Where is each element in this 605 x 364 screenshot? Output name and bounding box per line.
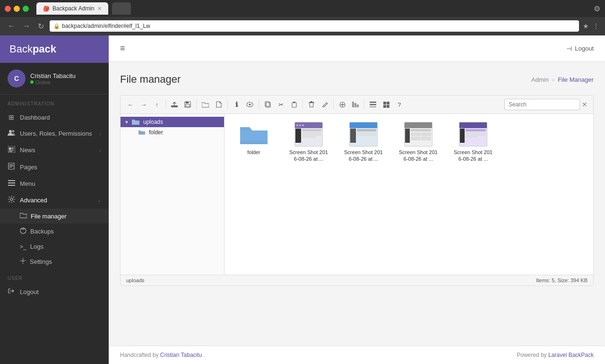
footer-right: Powered by Laravel BackPack (517, 352, 594, 358)
fm-file-ss1-name: Screen Shot 2016-08-26 at ... (288, 149, 329, 163)
advanced-icon (8, 196, 15, 204)
svg-rect-4 (12, 147, 14, 148)
sidebar-item-advanced[interactable]: Advanced ⌄ (0, 191, 109, 208)
fm-file-ss3[interactable]: Screen Shot 2016-08-26 at ... (395, 120, 442, 165)
close-dot[interactable] (5, 6, 11, 12)
browser-titlebar: 🎒 Backpack Admin ✕ ⚙ (0, 0, 605, 17)
folder-file-icon (240, 123, 268, 145)
fm-separator-6 (333, 100, 334, 109)
fm-tree-folder[interactable]: folder (127, 127, 224, 138)
fm-copy-button[interactable] (261, 98, 274, 111)
browser-dots (5, 6, 29, 12)
sidebar-item-logout[interactable]: Logout (0, 284, 109, 300)
fm-file-ss4[interactable]: Screen Shot 2016-08-26 at ... (449, 120, 497, 165)
bookmark-icon[interactable]: ★ (583, 22, 589, 30)
sidebar-sub-file-manager[interactable]: File manager (0, 208, 109, 224)
sidebar-sub-backups[interactable]: Backups (0, 224, 109, 239)
footer-author-link[interactable]: Cristian Tabacitu (160, 352, 202, 358)
sidebar-sub-settings[interactable]: Settings (0, 254, 109, 269)
tab-title: Backpack Admin (52, 5, 95, 12)
svg-rect-29 (354, 103, 356, 107)
fm-back-button[interactable]: ← (124, 98, 137, 111)
hamburger-button[interactable]: ≡ (120, 43, 125, 53)
browser-menu-icon[interactable]: ⋮ (593, 22, 599, 30)
fm-paste-button[interactable] (288, 98, 300, 111)
fm-preview-button[interactable] (243, 98, 256, 111)
fm-duplicate-button[interactable] (336, 98, 348, 111)
svg-rect-7 (9, 151, 12, 152)
fm-tree-uploads-label: uploads (143, 119, 163, 125)
page-title: File manager (120, 73, 181, 86)
svg-rect-3 (9, 147, 11, 150)
svg-rect-34 (383, 102, 386, 104)
fm-file-ss2[interactable]: Screen Shot 2016-08-26 at ... (340, 120, 387, 165)
footer-backpack-link[interactable]: Laravel BackPack (548, 352, 594, 358)
fm-size-button[interactable] (349, 98, 362, 111)
fm-mkfile-button[interactable] (213, 98, 225, 111)
logo-light: Back (9, 43, 33, 55)
svg-rect-13 (8, 182, 15, 183)
sidebar-sub-logs[interactable]: >_ Logs (0, 239, 109, 254)
address-bar[interactable]: 🔒 backpack/admin/elfinder#elf_l1_Lw (50, 20, 579, 32)
users-chevron-icon: ‹ (99, 131, 101, 137)
fm-search-clear-button[interactable]: ✕ (580, 100, 589, 109)
breadcrumb-admin[interactable]: Admin (531, 76, 549, 83)
logo-bold: pack (33, 43, 56, 55)
topbar-logout-button[interactable]: ⊣ Logout (566, 45, 594, 52)
fm-delete-button[interactable] (305, 98, 318, 111)
fm-tree-resizer[interactable] (222, 114, 224, 275)
sidebar: Backpack C Cristian Tabacitu Online ADMI… (0, 35, 109, 364)
sidebar-item-users[interactable]: Users, Roles, Permissions ‹ (0, 125, 109, 142)
svg-rect-31 (370, 102, 376, 103)
svg-rect-11 (9, 167, 12, 167)
minimize-dot[interactable] (14, 6, 20, 12)
footer-left: Handcrafted by Cristian Tabacitu . (120, 352, 205, 358)
sidebar-item-menu[interactable]: Menu (0, 175, 109, 191)
fm-upload-button[interactable] (168, 98, 181, 111)
fm-up-button[interactable]: ↑ (151, 98, 163, 111)
fm-save-button[interactable] (182, 98, 194, 111)
fm-forward-button[interactable]: → (138, 98, 150, 111)
fm-help-button[interactable]: ? (393, 98, 406, 111)
fm-file-ss1[interactable]: Screen Shot 2016-08-26 at ... (285, 120, 332, 165)
browser-tab-active[interactable]: 🎒 Backpack Admin ✕ (36, 2, 108, 15)
admin-section-label: ADMINISTRATION (0, 95, 109, 109)
tab-close-button[interactable]: ✕ (97, 6, 102, 12)
logout-icon (8, 288, 15, 295)
browser-reload-button[interactable]: ↻ (36, 21, 46, 32)
fm-view-grid-button[interactable] (380, 98, 392, 111)
fm-rename-button[interactable] (319, 98, 331, 111)
svg-point-1 (12, 130, 15, 132)
browser-tab-inactive[interactable] (112, 2, 131, 15)
fm-tree-uploads[interactable]: ▼ uploads (121, 117, 224, 127)
browser-back-button[interactable]: ← (6, 21, 17, 31)
fm-view-list-button[interactable] (367, 98, 379, 111)
fm-file-folder-name: folder (247, 149, 260, 156)
sidebar-item-pages[interactable]: Pages (0, 158, 109, 175)
address-text: backpack/admin/elfinder#elf_l1_Lw (62, 23, 150, 29)
fm-screenshot-thumb-3 (404, 122, 432, 147)
fm-cut-button[interactable]: ✂ (275, 98, 287, 111)
dashboard-icon: ⊞ (8, 113, 15, 121)
fm-info-button[interactable]: ℹ (230, 98, 242, 111)
sidebar-logout-label: Logout (20, 288, 39, 295)
sidebar-item-dashboard[interactable]: ⊞ Dashboard (0, 109, 109, 125)
sidebar-user: C Cristian Tabacitu Online (0, 63, 109, 95)
fm-file-folder[interactable]: folder (230, 120, 277, 165)
browser-forward-button[interactable]: → (21, 21, 32, 31)
svg-rect-12 (8, 180, 15, 181)
svg-rect-9 (9, 165, 13, 165)
fm-separator-1 (165, 100, 166, 109)
topbar-right: ⊣ Logout (566, 45, 594, 52)
maximize-dot[interactable] (23, 6, 29, 12)
fm-search-input[interactable] (504, 99, 580, 110)
browser-settings-icon[interactable]: ⚙ (594, 4, 600, 13)
fm-mkdir-button[interactable] (199, 98, 212, 111)
user-section-label: USER (0, 269, 109, 284)
fm-separator-3 (227, 100, 228, 109)
fm-tree-folder-label: folder (149, 129, 163, 136)
sidebar-item-news-label: News (20, 147, 35, 154)
svg-rect-10 (9, 166, 13, 166)
fm-status-path: uploads (126, 277, 145, 283)
sidebar-item-news[interactable]: News ‹ (0, 142, 109, 158)
